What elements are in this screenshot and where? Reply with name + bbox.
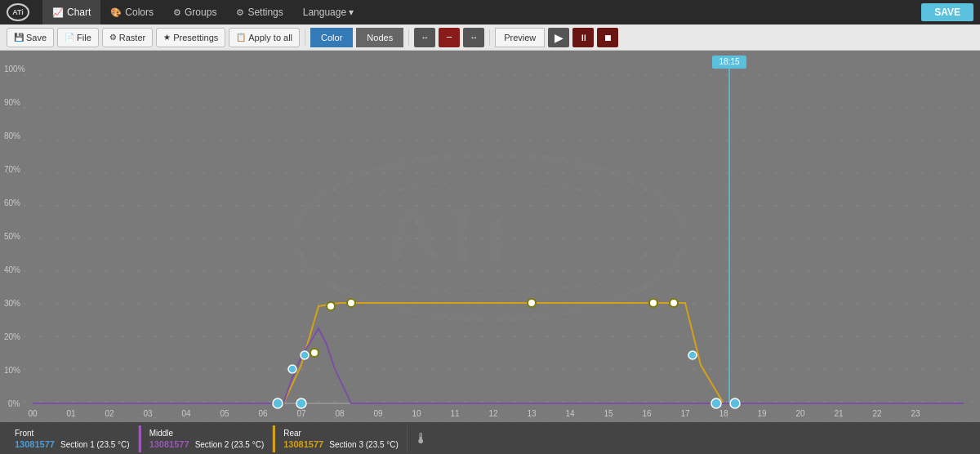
expand-left-button[interactable]: ↔ [414, 28, 435, 47]
file-button[interactable]: 📄 File [57, 28, 99, 47]
svg-text:14: 14 [565, 409, 575, 418]
raster-button[interactable]: ⚙ Raster [102, 28, 153, 47]
svg-text:20%: 20% [4, 332, 20, 341]
pause-button[interactable]: ⏸ [572, 28, 594, 47]
svg-text:10%: 10% [4, 366, 20, 375]
svg-point-61 [688, 351, 697, 359]
svg-text:08: 08 [335, 409, 345, 418]
play-button[interactable]: ▶ [548, 28, 569, 47]
top-nav: ATi 📈 Chart 🎨 Colors ⚙ Groups ⚙ Settings… [0, 0, 980, 24]
nav-settings[interactable]: ⚙ Settings [226, 0, 292, 24]
nav-colors[interactable]: 🎨 Colors [100, 0, 163, 24]
svg-point-55 [310, 349, 318, 357]
svg-point-53 [273, 398, 283, 408]
star-icon: ★ [163, 33, 171, 42]
svg-text:40%: 40% [4, 265, 20, 274]
svg-text:0%: 0% [8, 399, 20, 408]
svg-text:50%: 50% [4, 232, 20, 241]
save-icon: 💾 [14, 33, 24, 42]
svg-point-57 [347, 299, 355, 307]
svg-text:100%: 100% [4, 65, 25, 73]
svg-point-54 [296, 398, 306, 408]
groups-nav-icon: ⚙ [173, 7, 181, 18]
svg-point-58 [528, 299, 536, 307]
svg-text:11: 11 [450, 409, 460, 418]
minus-button[interactable]: − [439, 28, 460, 47]
separator-2 [408, 29, 409, 46]
settings-nav-icon: ⚙ [236, 7, 244, 18]
chart-svg: 100% 90% 80% 70% 60% 50% 40% 30% 20% 10%… [0, 51, 980, 422]
legend-middle: Middle 13081577 Section 2 (23.5 °C) [139, 425, 274, 452]
presettings-button[interactable]: ★ Presettings [156, 28, 225, 47]
thermometer-icon: 🌡 [414, 430, 429, 447]
svg-point-60 [670, 299, 678, 307]
svg-rect-4 [0, 51, 980, 422]
svg-text:03: 03 [143, 409, 153, 418]
apply-icon: 📋 [236, 33, 246, 42]
svg-text:02: 02 [105, 409, 114, 418]
svg-text:90%: 90% [4, 98, 20, 107]
legend-front: Front 13081577 Section 1 (23.5 °C) [7, 425, 139, 452]
chart-nav-icon: 📈 [52, 7, 64, 18]
expand-right-button[interactable]: ↔ [463, 28, 484, 47]
svg-text:30%: 30% [4, 299, 20, 308]
svg-point-59 [649, 299, 657, 307]
svg-point-63 [730, 398, 740, 408]
nav-groups[interactable]: ⚙ Groups [163, 0, 226, 24]
svg-text:60%: 60% [4, 198, 20, 207]
legend-footer: Front 13081577 Section 1 (23.5 °C) Middl… [0, 422, 980, 454]
svg-text:18:15: 18:15 [719, 57, 739, 66]
svg-text:19: 19 [757, 409, 767, 418]
svg-text:20: 20 [795, 409, 805, 418]
svg-text:10: 10 [412, 409, 421, 418]
logo-area: ATi [7, 3, 29, 21]
separator-1 [305, 29, 305, 46]
preview-button[interactable]: Preview [495, 28, 545, 47]
svg-point-64 [288, 365, 296, 373]
save-toolbar-button[interactable]: 💾 Save [7, 28, 54, 47]
logo: ATi [7, 3, 29, 21]
svg-text:23: 23 [911, 409, 920, 418]
nodes-tab[interactable]: Nodes [356, 28, 403, 47]
svg-text:09: 09 [373, 409, 383, 418]
svg-text:21: 21 [834, 409, 844, 418]
color-tab[interactable]: Color [310, 28, 353, 47]
separator-3 [489, 29, 490, 46]
svg-text:13: 13 [527, 409, 537, 418]
svg-text:17: 17 [680, 409, 690, 418]
save-button[interactable]: SAVE [921, 3, 973, 21]
chart-area: ATi 100% 90% 80% 70% 60% 50% 40% 30% [0, 51, 980, 422]
svg-text:07: 07 [296, 409, 306, 418]
raster-icon: ⚙ [109, 33, 117, 42]
svg-text:12: 12 [488, 409, 498, 418]
svg-text:00: 00 [28, 409, 38, 418]
svg-text:18: 18 [719, 409, 728, 418]
svg-text:70%: 70% [4, 165, 20, 174]
stop-button[interactable]: ⏹ [597, 28, 618, 47]
apply-all-button[interactable]: 📋 Apply to all [229, 28, 300, 47]
svg-text:05: 05 [220, 409, 229, 418]
svg-point-62 [711, 398, 721, 408]
colors-nav-icon: 🎨 [110, 7, 122, 18]
svg-text:22: 22 [872, 409, 882, 418]
nav-language[interactable]: Language ▾ [293, 0, 364, 24]
svg-point-56 [327, 302, 335, 310]
svg-text:04: 04 [181, 409, 191, 418]
svg-text:06: 06 [258, 409, 268, 418]
file-icon: 📄 [65, 33, 74, 42]
nav-chart[interactable]: 📈 Chart [42, 0, 100, 24]
svg-text:15: 15 [604, 409, 613, 418]
svg-text:80%: 80% [4, 131, 20, 140]
legend-rear: Rear 13081577 Section 3 (23.5 °C) [273, 425, 408, 452]
svg-text:01: 01 [66, 409, 76, 418]
toolbar: 💾 Save 📄 File ⚙ Raster ★ Presettings 📋 A… [0, 24, 980, 51]
svg-text:16: 16 [642, 409, 652, 418]
svg-point-65 [301, 351, 309, 359]
